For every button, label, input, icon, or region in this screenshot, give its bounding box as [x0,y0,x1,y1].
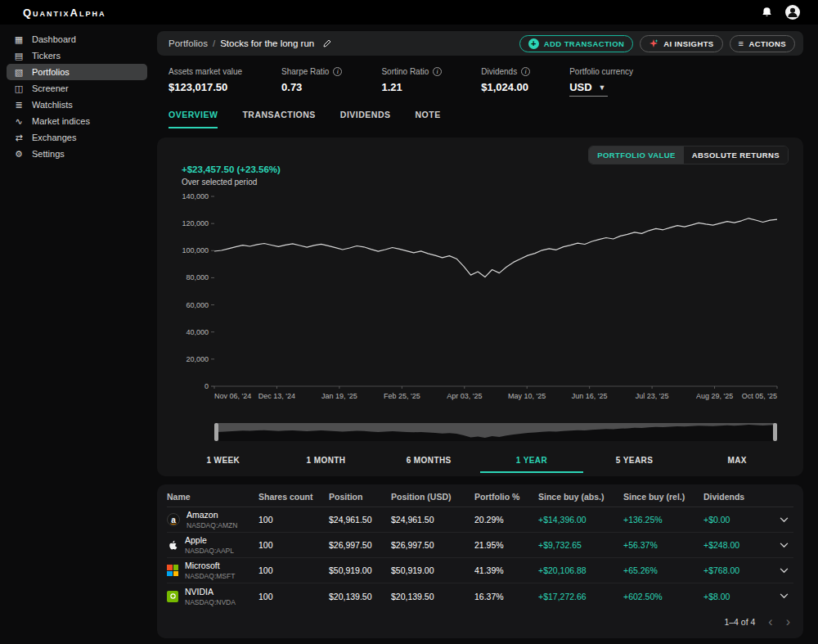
sidebar-item-tickers[interactable]: ▤Tickers [7,47,147,64]
ai-insights-button[interactable]: AI INSIGHTS [640,35,722,52]
brush-right-handle [773,423,777,441]
table-header-row: NameShares countPositionPosition (USD)Po… [167,486,793,507]
brush-left-handle [214,423,218,441]
dividends: +$0.00 [703,515,772,525]
expand-row-button[interactable] [772,543,789,548]
sidebar-item-watchlists[interactable]: ≣Watchlists [7,97,147,113]
since-buy-abs: +$20,106.88 [538,565,623,575]
expand-row-button[interactable] [772,593,789,599]
portfolios-icon: ▧ [13,67,25,78]
range-6-months[interactable]: 6 MONTHS [377,450,480,473]
portfolio-pct: 21.95% [474,540,538,550]
holding-ticker: NASDAQ:AAPL [185,547,234,555]
pagination-label: 1–4 of 4 [724,617,755,627]
next-page-button[interactable]: › [786,615,790,628]
info-icon[interactable]: i [333,67,342,76]
holding-row-amazon[interactable]: aAmazonNASDAQ:AMZN100$24,961.50$24,961.5… [167,507,793,533]
svg-text:May 10, '25: May 10, '25 [508,392,546,400]
currency-select[interactable]: USD▼ [569,81,607,97]
info-icon[interactable]: i [521,67,530,76]
svg-text:Aug 29, '25: Aug 29, '25 [696,392,733,400]
amazon-logo: a [167,513,180,526]
column-header-name: Name [167,492,258,502]
stat-value: 1.21 [381,81,442,93]
sidebar-nav: ▦Dashboard▤Tickers▧Portfolios◫Screener≣W… [0,25,155,644]
position-usd: $26,997.50 [391,540,474,550]
stat-label: Dividendsi [481,67,530,76]
holding-name-cell: aAmazonNASDAQ:AMZN [167,510,258,529]
sidebar-item-dashboard[interactable]: ▦Dashboard [7,31,147,47]
menu-lines-icon: ≡ [739,39,744,48]
chart-brush-wrap [214,422,777,442]
holding-name-cell: AppleNASDAQ:AAPL [167,535,258,555]
sidebar-item-label: Settings [32,149,65,159]
tab-dividends[interactable]: DIVIDENDS [340,110,391,128]
holding-ticker: NASDAQ:AMZN [187,521,237,529]
sidebar-item-screener[interactable]: ◫Screener [7,80,147,97]
stat-label: Sharpe Ratioi [281,67,342,76]
holding-name: NVIDIA [185,587,213,597]
svg-text:20,000: 20,000 [186,355,209,363]
watchlists-icon: ≣ [13,100,25,110]
tab-overview[interactable]: OVERVIEW [169,110,218,128]
svg-text:0: 0 [204,382,209,390]
toggle-absolute-returns[interactable]: ABSOLUTE RETURNS [684,146,788,164]
tab-note[interactable]: NOTE [416,110,441,128]
svg-text:60,000: 60,000 [186,301,209,309]
svg-text:Jan 19, '25: Jan 19, '25 [321,392,357,400]
sidebar-item-exchanges[interactable]: ⇄Exchanges [7,129,147,146]
portfolio-header-card: Portfolios / Stocks for the long run + A… [157,31,803,56]
range-1-year[interactable]: 1 YEAR [480,450,583,473]
sidebar-item-label: Portfolios [32,67,70,77]
breadcrumb-separator: / [213,38,215,48]
svg-text:Jun 16, '25: Jun 16, '25 [572,392,608,400]
breadcrumb-portfolios-link[interactable]: Portfolios [169,38,208,48]
tab-transactions[interactable]: TRANSACTIONS [242,110,315,128]
holding-row-apple[interactable]: AppleNASDAQ:AAPL100$26,997.50$26,997.502… [167,533,793,558]
tickers-icon: ▤ [13,51,25,61]
svg-text:40,000: 40,000 [186,328,209,336]
holdings-table: NameShares countPositionPosition (USD)Po… [167,486,793,609]
sidebar-item-label: Exchanges [32,133,76,142]
holding-row-microsoft[interactable]: MicrosoftNASDAQ:MSFT100$50,919.00$50,919… [167,558,793,583]
market-indices-icon: ∿ [13,116,25,127]
svg-text:100,000: 100,000 [182,246,209,254]
holding-ticker: NASDAQ:NVDA [185,598,236,606]
user-avatar[interactable] [785,5,800,20]
holding-row-nvidia[interactable]: NVIDIANASDAQ:NVDA100$20,139.50$20,139.50… [167,583,793,609]
add-transaction-button[interactable]: + ADD TRANSACTION [519,35,633,52]
position: $26,997.50 [329,540,391,550]
holding-ticker: NASDAQ:MSFT [185,572,235,580]
range-5-years[interactable]: 5 YEARS [583,450,686,473]
toggle-portfolio-value[interactable]: PORTFOLIO VALUE [589,146,684,164]
range-max[interactable]: MAX [685,450,789,473]
portfolio-value-line-chart: 020,00040,00060,00080,000100,000120,0001… [172,190,789,416]
dividends: +$768.00 [703,565,772,575]
column-header-portfolio: Portfolio % [474,492,538,502]
dividends: +$8.00 [703,592,772,601]
sidebar-item-settings[interactable]: ⚙Settings [7,146,147,162]
expand-row-button[interactable] [772,568,789,574]
edit-title-icon[interactable] [322,38,332,48]
column-header-dividends: Dividends [703,492,772,502]
previous-page-button[interactable]: ‹ [768,615,772,628]
position: $24,961.50 [329,515,391,525]
info-icon[interactable]: i [433,67,442,76]
position-usd: $20,139.50 [391,592,474,601]
range-1-month[interactable]: 1 MONTH [275,450,378,473]
stat-dividends: Dividendsi$1,024.00 [481,67,530,97]
notifications-bell-icon[interactable] [759,5,774,20]
shares-count: 100 [258,565,329,575]
position: $50,919.00 [329,565,391,575]
stat-value: 0.73 [281,81,342,93]
sidebar-item-portfolios[interactable]: ▧Portfolios [7,64,147,80]
sidebar-item-market-indices[interactable]: ∿Market indices [7,113,147,129]
stat-value: $1,024.00 [481,81,530,93]
portfolio-tabs: OVERVIEWTRANSACTIONSDIVIDENDSNOTE [169,110,803,129]
chart-mode-toggle: PORTFOLIO VALUEABSOLUTE RETURNS [588,146,789,164]
svg-text:Oct 05, '25: Oct 05, '25 [742,392,777,400]
actions-button[interactable]: ≡ ACTIONS [730,35,795,52]
expand-row-button[interactable] [772,517,789,523]
range-1-week[interactable]: 1 WEEK [172,450,275,473]
chart-range-brush[interactable] [214,422,777,442]
